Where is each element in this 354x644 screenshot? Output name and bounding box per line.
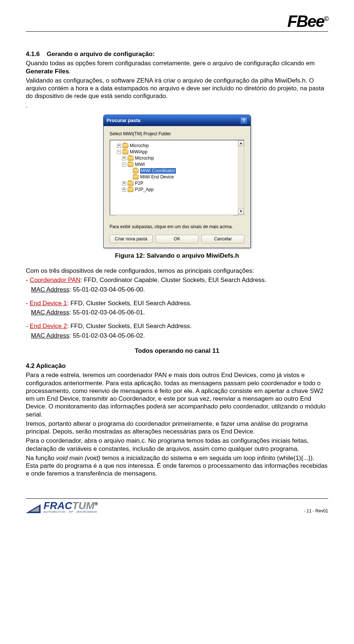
folder-tree[interactable]: + Microchip − MiWiApp + Microchip — [110, 140, 244, 215]
p42-4-italic: void main (void) — [56, 455, 100, 462]
tree-node-microchip-2[interactable]: + Microchip — [112, 155, 236, 161]
footer-brand-logo: FRACTUM® AUTOMOTIVE - RF - MICROWAVE — [26, 501, 98, 514]
node-label: Microchip — [135, 156, 154, 161]
new-folder-button[interactable]: Criar nova pasta — [110, 235, 153, 243]
fractum-reg: ® — [94, 501, 98, 506]
ed1-rest: : FFD, Cluster Sockets, EUI Search Addre… — [67, 300, 192, 307]
config-ed2: - End Device 2: FFD, Cluster Sockets, EU… — [26, 322, 328, 330]
ed2-rest: : FFD, Cluster Sockets, EUI Search Addre… — [67, 323, 192, 330]
p416-1-bold: Generate Files — [26, 68, 69, 75]
twisty-spacer — [127, 169, 131, 173]
expand-icon[interactable]: + — [117, 144, 121, 148]
node-label: MiWi End Device — [140, 174, 174, 180]
tree-node-microchip[interactable]: + Microchip — [112, 143, 236, 149]
ed2-label: End Device 2 — [30, 323, 67, 330]
p416-1a: Quando todas as opções forem configurada… — [26, 60, 315, 67]
expand-icon[interactable]: + — [122, 181, 126, 185]
folder-icon — [133, 175, 139, 180]
ed1-label: End Device 1 — [30, 300, 67, 307]
expand-icon[interactable]: + — [122, 156, 126, 160]
para-42-2: Iremos, portanto alterar o programa do c… — [26, 420, 328, 436]
para-416-1: Quando todas as opções forem configurada… — [26, 59, 328, 75]
para-416-trailing: . — [26, 102, 328, 109]
tree-node-p2p[interactable]: + P2P — [112, 180, 236, 187]
fractum-part1: FRAC — [44, 500, 72, 511]
folder-icon — [128, 187, 133, 192]
twisty-spacer — [127, 175, 131, 179]
config-channel: Todos operando no canal 11 — [26, 347, 328, 355]
ok-button[interactable]: OK — [156, 235, 199, 243]
dash: - — [26, 323, 30, 330]
tree-node-miwi[interactable]: − MiWi — [112, 161, 236, 168]
para-42-1: Para a rede estrela, teremos um coordena… — [26, 371, 328, 418]
node-label: MiWi — [135, 162, 145, 167]
node-label: MiWiApp — [130, 149, 148, 155]
sec-title: Gerando o arquivo de configuração: — [47, 51, 155, 58]
config-ed1-mac: MAC Address: 55-01-02-03-04-05-06-01. — [31, 309, 328, 316]
cancel-button[interactable]: Cancelar — [201, 235, 244, 243]
section-4-1-6-heading: 4.1.6 Gerando o arquivo de configuração: — [26, 50, 328, 58]
page-number: - 11 - Rev01 — [304, 508, 328, 514]
para-42-4: Na função void main (void) temos a inici… — [26, 454, 328, 478]
para-416-2: Validando as configurações, o software Z… — [26, 77, 328, 100]
scroll-down-icon[interactable]: ▼ — [238, 209, 244, 215]
tree-node-miwi-coordinator[interactable]: MiWi Coordinator — [112, 168, 236, 174]
dialog-instruction: Select MiWi(TM) Project Folder — [110, 131, 244, 137]
node-label: Microchip — [130, 143, 149, 149]
vertical-scrollbar[interactable]: ▲ ▼ — [238, 140, 244, 215]
header-brand-logo: FBee© — [26, 11, 328, 31]
mac-label: MAC Address — [31, 332, 69, 339]
folder-icon — [133, 168, 139, 173]
folder-icon — [128, 162, 133, 167]
ed2-mac: : 55-01-02-03-04-05-06-02. — [69, 332, 145, 339]
header-rule — [26, 31, 328, 32]
titlebar-help-button[interactable]: ? — [240, 117, 247, 124]
dash: - — [26, 300, 30, 307]
p416-1b: . — [69, 68, 71, 75]
p416-2: Validando as configurações, o software Z… — [26, 77, 324, 100]
brand-sup: © — [324, 15, 328, 22]
config-ed2-mac: MAC Address: 55-01-02-03-04-05-06-02. — [31, 332, 328, 340]
p42-4a: Na função — [26, 455, 56, 462]
node-label: P2P — [135, 181, 143, 186]
ed1-mac: : 55-01-02-03-04-05-06-01. — [69, 309, 145, 316]
section-4-2-heading: 4.2 Aplicação — [26, 362, 328, 370]
fractum-tagline: AUTOMOTIVE - RF - MICROWAVE — [44, 510, 98, 514]
node-label: P2P_App — [135, 187, 154, 192]
scroll-up-icon[interactable]: ▲ — [238, 140, 244, 146]
tree-node-p2p-app[interactable]: + P2P_App — [112, 187, 236, 193]
folder-icon — [122, 143, 128, 148]
mac-label: MAC Address — [31, 286, 69, 293]
dialog-titlebar[interactable]: Procurar pasta ? — [104, 115, 250, 126]
footer-rule — [26, 498, 328, 499]
browse-folder-dialog: Procurar pasta ? Select MiWi(TM) Project… — [103, 115, 251, 248]
dialog-hint: Para exibir subpastas, clique em um dos … — [110, 224, 244, 230]
node-label: MiWi Coordinator — [140, 168, 176, 174]
expand-icon[interactable]: + — [122, 188, 126, 192]
fractum-part2: TUM — [72, 500, 95, 511]
config-coord-mac: MAC Address: 55-01-02-03-04-05-06-00. — [31, 286, 328, 293]
brand-text: FBee — [287, 12, 324, 30]
figure-12-caption: Figura 12: Salvando o arquivo MiwiDefs.h — [26, 252, 328, 260]
collapse-icon[interactable]: − — [122, 163, 126, 167]
dialog-title: Procurar pasta — [107, 118, 140, 123]
folder-icon — [122, 150, 128, 154]
dash: - — [26, 276, 30, 283]
config-coord: - Coordenador PAN: FFD, Coordinator Capa… — [26, 276, 328, 284]
folder-icon — [128, 181, 133, 186]
mac-label: MAC Address — [31, 309, 69, 316]
fractum-mark-icon — [26, 504, 41, 514]
sec-num: 4.1.6 — [26, 51, 40, 58]
collapse-icon[interactable]: − — [117, 150, 121, 154]
tree-node-miwiapp[interactable]: − MiWiApp — [112, 149, 236, 155]
coord-label: Coordenador PAN — [30, 276, 80, 283]
coord-rest: : FFD, Coordinator Capable, Cluster Sock… — [80, 276, 267, 283]
tree-node-miwi-end-device[interactable]: MiWi End Device — [112, 174, 236, 180]
folder-icon — [128, 156, 133, 161]
coord-mac: : 55-01-02-03-04-05-06-00. — [69, 286, 145, 293]
config-ed1: - End Device 1: FFD, Cluster Sockets, EU… — [26, 299, 328, 307]
para-42-3: Para o coordenador, abra o arquivo main.… — [26, 437, 328, 453]
config-intro: Com os três dispositivos de rede configu… — [26, 267, 328, 275]
